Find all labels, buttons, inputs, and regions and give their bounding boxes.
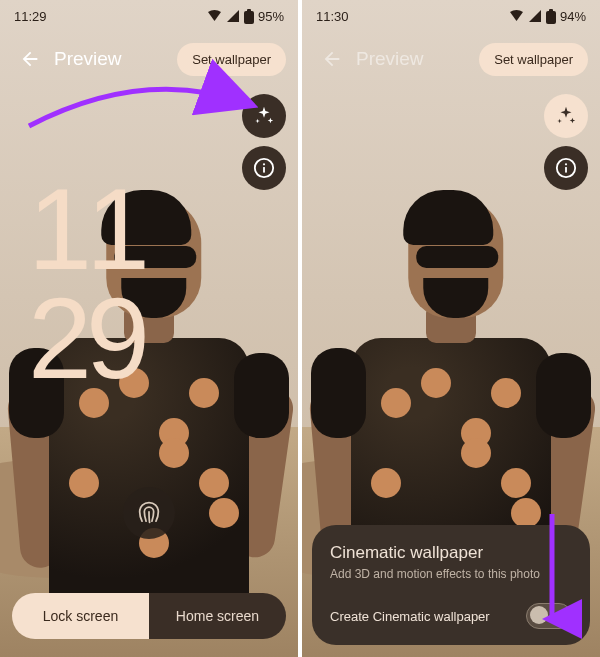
status-time: 11:29	[14, 9, 47, 24]
signal-icon	[226, 10, 240, 22]
battery-icon	[546, 9, 556, 24]
info-button[interactable]	[242, 146, 286, 190]
svg-rect-9	[565, 167, 567, 173]
tab-lock-screen[interactable]: Lock screen	[12, 593, 149, 639]
clock-hours: 11	[28, 175, 144, 284]
sparkle-icon	[555, 105, 577, 127]
page-title: Preview	[356, 48, 424, 70]
wifi-icon	[509, 10, 524, 22]
svg-rect-1	[247, 9, 251, 12]
status-bar: 11:30 94%	[302, 0, 600, 32]
status-icons: 95%	[207, 9, 284, 24]
annotation-arrow	[24, 56, 262, 136]
info-button[interactable]	[544, 146, 588, 190]
battery-icon	[244, 9, 254, 24]
set-wallpaper-button[interactable]: Set wallpaper	[479, 43, 588, 76]
signal-icon	[528, 10, 542, 22]
status-bar: 11:29 95%	[0, 0, 298, 32]
status-icons: 94%	[509, 9, 586, 24]
toggle-label: Create Cinematic wallpaper	[330, 609, 490, 624]
wifi-icon	[207, 10, 222, 22]
info-icon	[253, 157, 275, 179]
svg-point-3	[263, 163, 265, 165]
clock-minutes: 29	[28, 284, 144, 393]
back-button[interactable]	[314, 41, 350, 77]
svg-point-8	[565, 163, 567, 165]
status-time: 11:30	[316, 9, 349, 24]
svg-rect-6	[549, 9, 553, 12]
svg-rect-0	[244, 11, 254, 24]
info-icon	[555, 157, 577, 179]
phone-right: 11:30 94% Preview Set wallpaper Cinemati…	[302, 0, 600, 657]
preview-tabs: Lock screen Home screen	[12, 593, 286, 639]
fingerprint-button[interactable]	[123, 487, 175, 539]
svg-rect-4	[263, 167, 265, 173]
appbar: Preview Set wallpaper	[302, 32, 600, 86]
fingerprint-icon	[135, 499, 163, 527]
status-battery-pct: 95%	[258, 9, 284, 24]
lockscreen-clock: 11 29	[28, 175, 144, 394]
annotation-arrow	[522, 509, 582, 639]
phone-left: 11:29 95% Preview Set wallpaper 11 29 Lo…	[0, 0, 298, 657]
tab-home-screen[interactable]: Home screen	[149, 593, 286, 639]
svg-rect-5	[546, 11, 556, 24]
status-battery-pct: 94%	[560, 9, 586, 24]
effects-button[interactable]	[544, 94, 588, 138]
back-arrow-icon	[321, 48, 343, 70]
